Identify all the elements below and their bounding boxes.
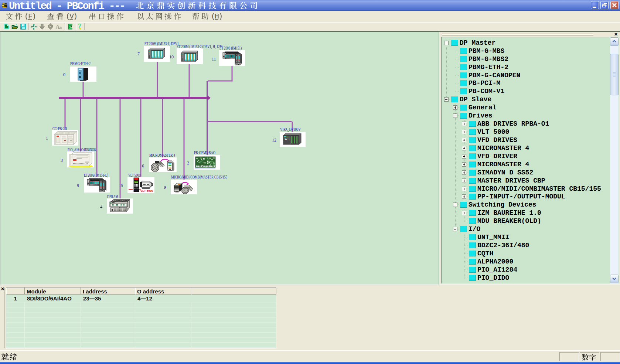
svg-text:VLT 5000: VLT 5000: [140, 189, 153, 193]
svg-text:a: a: [59, 24, 62, 30]
